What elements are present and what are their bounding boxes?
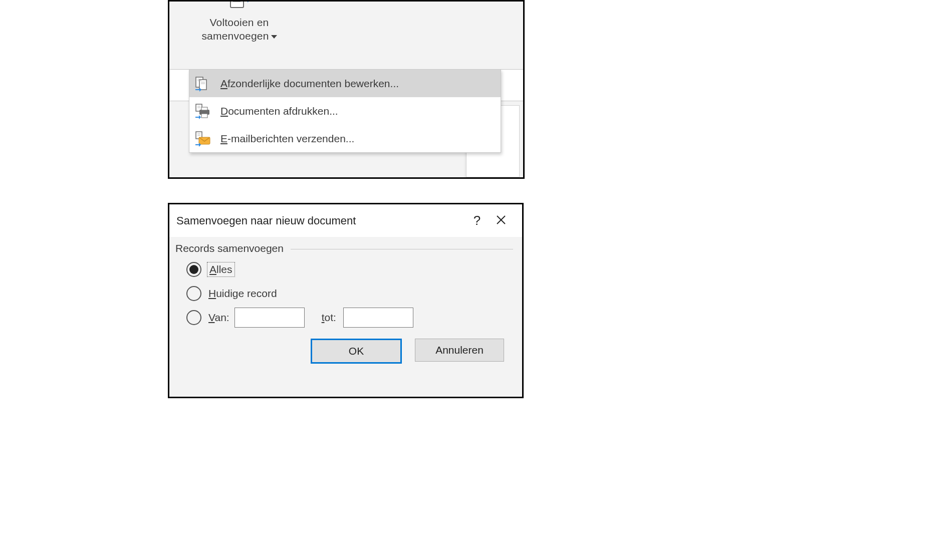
finish-merge-label: Voltooien en samenvoegen: [188, 16, 291, 43]
finish-merge-icon: [225, 0, 254, 14]
ribbon-area: Voltooien en samenvoegen: [169, 2, 523, 69]
print-documents-icon: [193, 102, 212, 121]
finish-and-merge-button[interactable]: Voltooien en samenvoegen: [188, 0, 291, 43]
finish-merge-menu: Afzonderlijke documenten bewerken...: [189, 69, 501, 153]
menu-item-label: Documenten afdrukken...: [220, 105, 338, 117]
radio-all-label: Alles: [208, 263, 233, 275]
edit-documents-icon: [193, 74, 212, 93]
radio-from-label: Van:: [208, 312, 229, 324]
send-email-icon: [193, 129, 212, 148]
dialog-titlebar: Samenvoegen naar nieuw document ?: [169, 204, 522, 237]
dialog-title: Samenvoegen naar nieuw document: [176, 214, 465, 227]
help-button[interactable]: ?: [465, 209, 489, 233]
dialog-body: Records samenvoegen Alles Huidige record…: [169, 237, 522, 364]
close-button[interactable]: [489, 209, 513, 233]
radio-from[interactable]: Van: tot:: [175, 306, 513, 330]
menu-item-send-email[interactable]: E-mailberichten verzenden...: [189, 125, 501, 152]
from-input[interactable]: [234, 308, 305, 328]
radio-icon: [186, 286, 201, 301]
close-icon: [496, 213, 506, 228]
radio-all[interactable]: Alles: [175, 257, 513, 282]
radio-icon: [186, 310, 201, 325]
menu-item-label: Afzonderlijke documenten bewerken...: [220, 78, 399, 90]
svg-rect-6: [199, 80, 206, 90]
svg-rect-15: [201, 107, 207, 110]
menu-item-print-documents[interactable]: Documenten afdrukken...: [189, 97, 501, 125]
radio-current-label: Huidige record: [208, 288, 277, 300]
radio-icon: [186, 262, 201, 277]
cancel-button[interactable]: Annuleren: [415, 339, 504, 362]
chevron-down-icon: [271, 35, 277, 39]
to-input[interactable]: [343, 308, 413, 328]
menu-item-label: E-mailberichten verzenden...: [220, 133, 354, 145]
merge-to-new-document-dialog: Samenvoegen naar nieuw document ? Record…: [168, 203, 524, 398]
ribbon-and-menu-panel: Voltooien en samenvoegen: [168, 0, 525, 179]
group-label-records: Records samenvoegen: [175, 242, 513, 254]
menu-item-edit-individual[interactable]: Afzonderlijke documenten bewerken...: [189, 70, 501, 97]
ok-button[interactable]: OK: [311, 339, 402, 364]
dialog-button-row: OK Annuleren: [175, 330, 513, 364]
to-label: tot:: [322, 312, 336, 324]
radio-current[interactable]: Huidige record: [175, 282, 513, 306]
svg-rect-16: [201, 114, 207, 118]
